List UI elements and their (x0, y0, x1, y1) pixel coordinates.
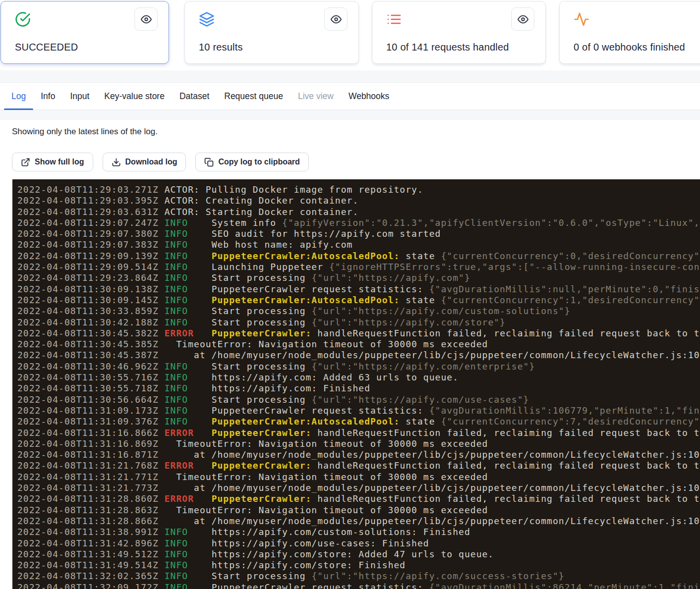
log-line: 2022-04-08T11:31:21.768Z ERROR Puppeteer… (17, 460, 700, 471)
eye-icon (518, 14, 528, 25)
log-line: 2022-04-08T11:31:16.866Z ERROR Puppeteer… (17, 428, 700, 438)
log-line: 2022-04-08T11:29:09.514Z INFO Launching … (17, 262, 700, 272)
log-line: 2022-04-08T11:30:46.962Z INFO Start proc… (17, 361, 700, 372)
status-card-requests: 10 of 141 requests handled (372, 1, 546, 64)
log-line: 2022-04-08T11:30:45.385Z TimeoutError: N… (17, 339, 700, 350)
log-actions: Show full log Download log Copy log to c… (12, 153, 309, 171)
log-line: 2022-04-08T11:30:56.664Z INFO Start proc… (17, 394, 700, 405)
tab-log[interactable]: Log (4, 83, 33, 109)
tab-input[interactable]: Input (62, 83, 97, 109)
status-cards-row: SUCCEEDED 10 results 10 of 141 requests … (0, 0, 700, 70)
log-line: 2022-04-08T11:29:09.139Z INFO PuppeteerC… (17, 251, 700, 262)
layers-icon (199, 11, 215, 27)
tab-live-view[interactable]: Live view (291, 83, 341, 109)
copy-log-to-clipboard-button[interactable]: Copy log to clipboard (195, 153, 308, 171)
log-line: 2022-04-08T11:31:42.896Z INFO https://ap… (17, 538, 700, 549)
log-line: 2022-04-08T11:30:42.188Z INFO Start proc… (17, 317, 700, 328)
log-line: 2022-04-08T11:29:03.395Z ACTOR: Creating… (17, 195, 700, 206)
log-line: 2022-04-08T11:29:07.247Z INFO System inf… (17, 217, 700, 228)
download-log-button[interactable]: Download log (103, 153, 186, 171)
tab-dataset[interactable]: Dataset (172, 83, 217, 109)
log-line: 2022-04-08T11:31:09.173Z INFO PuppeteerC… (17, 405, 700, 416)
copy-icon (204, 158, 214, 167)
action-button-label: Show full log (35, 158, 84, 166)
log-line: 2022-04-08T11:29:07.383Z INFO Web host n… (17, 239, 700, 250)
card-eye-button[interactable] (511, 7, 534, 31)
log-line: 2022-04-08T11:31:09.376Z INFO PuppeteerC… (17, 416, 700, 427)
status-card-webhooks: 0 of 0 webhooks finished (559, 1, 700, 64)
tab-label: Webhooks (349, 91, 389, 102)
tab-label: Input (70, 91, 89, 102)
card-eye-button[interactable] (134, 7, 158, 31)
external-link-icon (21, 158, 30, 167)
download-icon (112, 158, 121, 167)
log-line: 2022-04-08T11:30:45.382Z ERROR Puppeteer… (17, 328, 700, 339)
list-icon (386, 11, 402, 27)
status-card-label: 10 results (199, 42, 243, 53)
log-panel: Showing only the latest lines of the log… (0, 120, 700, 589)
activity-icon (574, 11, 589, 27)
log-line: 2022-04-08T11:30:09.138Z INFO PuppeteerC… (17, 284, 700, 295)
tab-key-value-store[interactable]: Key-value store (97, 83, 172, 109)
download-icon (112, 158, 121, 167)
status-card-label: 10 of 141 requests handled (386, 42, 509, 53)
log-line: 2022-04-08T11:31:28.866Z at /home/myuser… (17, 516, 700, 527)
tab-label: Key-value store (104, 91, 165, 102)
tab-bar: Log Info Input Key-value store Dataset R… (0, 82, 700, 110)
layers-icon (199, 11, 215, 27)
tab-label: Request queue (224, 91, 283, 102)
status-card-results: 10 results (184, 1, 359, 64)
tab-label: Info (41, 91, 55, 102)
log-notice: Showing only the latest lines of the log… (12, 127, 158, 137)
log-line: 2022-04-08T11:29:03.631Z ACTOR: Starting… (17, 207, 700, 217)
tab-label: Live view (298, 91, 334, 102)
check-circle-icon (15, 11, 31, 27)
show-full-log-button[interactable]: Show full log (12, 153, 93, 171)
log-line: 2022-04-08T11:30:33.859Z INFO Start proc… (17, 306, 700, 317)
log-line: 2022-04-08T11:31:28.863Z TimeoutError: N… (17, 505, 700, 516)
external-link-icon (21, 158, 30, 167)
log-line: 2022-04-08T11:29:03.271Z ACTOR: Pulling … (17, 184, 700, 195)
check-circle-icon (15, 11, 31, 27)
log-line: 2022-04-08T11:30:09.145Z INFO PuppeteerC… (17, 295, 700, 306)
tab-label: Log (11, 91, 26, 102)
tab-label: Dataset (179, 91, 209, 102)
divider-band (0, 70, 700, 82)
log-line: 2022-04-08T11:31:38.991Z INFO https://ap… (17, 527, 700, 537)
tab-webhooks[interactable]: Webhooks (341, 83, 397, 109)
log-line: 2022-04-08T11:32:09.172Z INFO PuppeteerC… (17, 582, 700, 589)
activity-icon (574, 11, 589, 27)
tab-request-queue[interactable]: Request queue (217, 83, 291, 109)
copy-icon (204, 158, 214, 167)
eye-icon (141, 14, 152, 25)
log-line: 2022-04-08T11:29:23.864Z INFO Start proc… (17, 272, 700, 283)
status-card-status: SUCCEEDED (0, 1, 169, 64)
log-terminal[interactable]: 2022-04-08T11:29:03.271Z ACTOR: Pulling … (12, 179, 700, 589)
eye-icon (331, 14, 342, 25)
action-button-label: Copy log to clipboard (218, 158, 299, 166)
log-line: 2022-04-08T11:30:55.716Z INFO https://ap… (17, 372, 700, 383)
log-line: 2022-04-08T11:29:07.380Z INFO SEO audit … (17, 228, 700, 239)
log-line: 2022-04-08T11:31:28.860Z ERROR Puppeteer… (17, 493, 700, 504)
log-line: 2022-04-08T11:31:49.512Z INFO https://ap… (17, 549, 700, 560)
log-line: 2022-04-08T11:31:16.869Z TimeoutError: N… (17, 438, 700, 449)
log-line: 2022-04-08T11:31:49.514Z INFO https://ap… (17, 560, 700, 571)
status-card-label: SUCCEEDED (15, 42, 78, 53)
tab-info[interactable]: Info (33, 83, 62, 109)
log-line: 2022-04-08T11:31:16.871Z at /home/myuser… (17, 449, 700, 460)
actor-run-page: { "colors": { "accent": "#2e6bd9", "page… (0, 0, 700, 589)
status-card-label: 0 of 0 webhooks finished (574, 42, 685, 53)
log-line: 2022-04-08T11:30:45.387Z at /home/myuser… (17, 350, 700, 361)
list-icon (386, 11, 402, 27)
log-line: 2022-04-08T11:31:21.771Z TimeoutError: N… (17, 472, 700, 482)
log-line: 2022-04-08T11:31:21.773Z at /home/myuser… (17, 482, 700, 493)
log-line: 2022-04-08T11:30:55.718Z INFO https://ap… (17, 383, 700, 394)
divider-band (0, 110, 700, 120)
log-line: 2022-04-08T11:32:02.365Z INFO Start proc… (17, 571, 700, 582)
action-button-label: Download log (125, 158, 177, 166)
card-eye-button[interactable] (324, 7, 348, 31)
